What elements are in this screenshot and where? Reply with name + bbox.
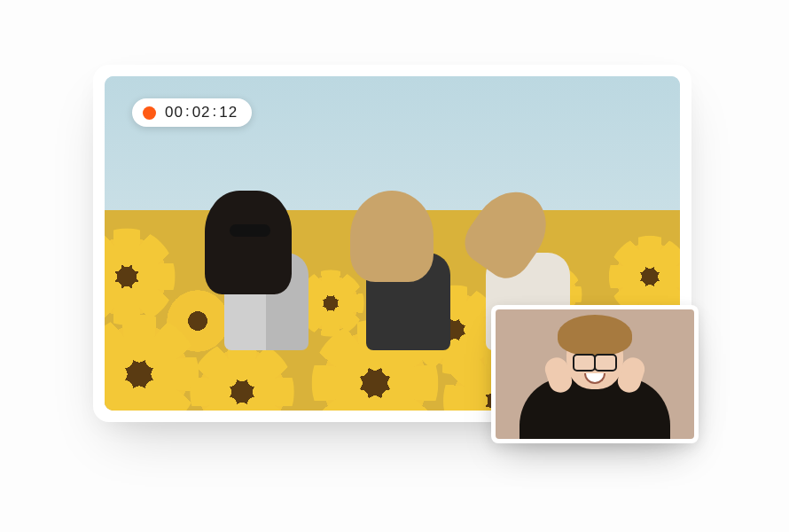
person-left [224,198,309,350]
timer-seconds: 12 [219,104,238,121]
timer-minutes: 02 [192,104,211,121]
person-middle [366,198,450,350]
recording-indicator: 00:02:12 [132,98,252,127]
recording-timer: 00:02:12 [165,104,238,121]
webcam-feed [496,309,694,439]
record-icon [143,106,156,120]
webcam-overlay[interactable] [491,305,699,443]
timer-hours: 00 [165,104,184,121]
